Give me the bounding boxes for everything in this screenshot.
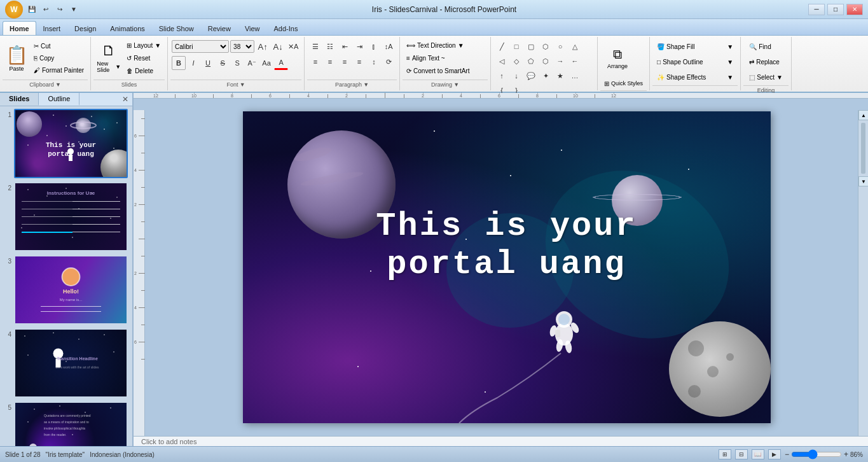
decrease-indent-button[interactable]: ⇤ xyxy=(338,39,352,53)
slide-sorter-button[interactable]: ⊟ xyxy=(735,449,748,459)
shadow-button[interactable]: S xyxy=(230,56,244,70)
find-button[interactable]: 🔍 Find xyxy=(746,39,774,53)
slide-thumb-5[interactable]: 5 xyxy=(3,402,130,446)
scroll-down-button[interactable]: ▼ xyxy=(858,176,868,186)
align-center-button[interactable]: ≡ xyxy=(323,55,337,69)
shape-diamond[interactable]: ◇ xyxy=(509,54,523,68)
tab-design[interactable]: Design xyxy=(67,21,103,35)
tab-insert[interactable]: Insert xyxy=(36,21,68,35)
align-left-button[interactable]: ≡ xyxy=(308,55,322,69)
shape-effects-button[interactable]: ✨ Shape Effects ▼ xyxy=(654,70,736,84)
shape-star4[interactable]: ✦ xyxy=(539,69,553,83)
shape-line[interactable]: ╱ xyxy=(495,39,509,53)
shape-rtriangle[interactable]: ◁ xyxy=(495,54,509,68)
reset-button[interactable]: ↺ Reset xyxy=(124,52,163,64)
font-color-button[interactable]: A xyxy=(274,56,288,70)
slide-thumb-1[interactable]: 1 xyxy=(3,109,130,178)
tab-slideshow[interactable]: Slide Show xyxy=(152,21,201,35)
bullet-list-button[interactable]: ☰ xyxy=(308,39,322,53)
slide-thumb-3[interactable]: 3 xyxy=(3,255,130,325)
replace-button[interactable]: ⇄ Replace xyxy=(746,55,783,69)
shape-hexa[interactable]: ⬡ xyxy=(539,54,553,68)
shape-penta[interactable]: ⬠ xyxy=(524,54,538,68)
arrange-button[interactable]: ⧉ Arrange xyxy=(602,39,633,76)
layout-button[interactable]: ⊞ Layout▼ xyxy=(124,39,163,51)
shape-outline-button[interactable]: □ Shape Outline ▼ xyxy=(654,55,736,69)
slide-thumb-4[interactable]: 4 xyxy=(3,328,130,398)
underline-button[interactable]: U xyxy=(201,56,215,70)
scroll-up-button[interactable]: ▲ xyxy=(858,110,868,120)
tab-review[interactable]: Review xyxy=(201,21,238,35)
paragraph-expand-icon[interactable]: ▼ xyxy=(363,81,369,88)
shape-rrect[interactable]: ▢ xyxy=(524,39,538,53)
zoom-slider[interactable] xyxy=(791,450,842,459)
slide-thumb-2[interactable]: 2 xyxy=(3,182,130,251)
italic-button[interactable]: I xyxy=(186,56,200,70)
justify-button[interactable]: ≡ xyxy=(352,55,366,69)
quick-styles-button[interactable]: ⊞ Quick Styles xyxy=(602,78,645,89)
slideshow-button[interactable]: ▶ xyxy=(768,449,781,459)
format-painter-button[interactable]: 🖌 Format Painter xyxy=(31,64,86,76)
smartart-button[interactable]: ⟳ xyxy=(382,55,396,69)
zoom-percent[interactable]: 86% xyxy=(850,451,863,458)
bold-button[interactable]: B xyxy=(172,56,186,70)
align-text-button[interactable]: ≡ Align Text ~ xyxy=(404,52,448,64)
delete-button[interactable]: 🗑 Delete xyxy=(124,65,163,76)
columns-button[interactable]: ⫿ xyxy=(367,39,381,53)
convert-smartart-button[interactable]: ⟳ Convert to SmartArt xyxy=(404,65,472,76)
scroll-thumb-v[interactable] xyxy=(861,123,865,174)
vertical-scrollbar[interactable]: ▲ ▼ xyxy=(858,110,868,436)
clear-format-button[interactable]: ✕A xyxy=(286,39,300,53)
zoom-out-icon[interactable]: − xyxy=(785,450,789,459)
line-spacing-button[interactable]: ↕ xyxy=(367,55,381,69)
strikethrough-button[interactable]: S xyxy=(216,56,230,70)
case-button[interactable]: Aa xyxy=(259,56,273,70)
shape-arrow-u[interactable]: ↑ xyxy=(495,69,509,83)
font-size-select[interactable]: 38 xyxy=(230,40,254,53)
text-direction-button[interactable]: ⟺ Text Direction▼ xyxy=(404,39,466,51)
close-button[interactable]: ✕ xyxy=(846,4,863,15)
tab-animations[interactable]: Animations xyxy=(103,21,151,35)
notes-bar[interactable]: Click to add notes xyxy=(134,436,868,446)
paste-button[interactable]: 📋 Paste xyxy=(4,39,29,76)
undo-button[interactable]: ↩ xyxy=(39,3,52,16)
clipboard-expand-icon[interactable]: ▼ xyxy=(55,81,61,88)
minimize-button[interactable]: ─ xyxy=(808,4,825,15)
shape-triangle[interactable]: △ xyxy=(568,39,582,53)
slide-title[interactable]: This is your portal uang xyxy=(332,207,682,284)
char-spacing-button[interactable]: A⁻ xyxy=(245,56,259,70)
normal-view-button[interactable]: ⊞ xyxy=(719,449,731,459)
decrease-font-button[interactable]: A↓ xyxy=(271,39,285,53)
maximize-button[interactable]: □ xyxy=(827,4,844,15)
shape-arrow-l[interactable]: ← xyxy=(568,54,582,68)
cut-button[interactable]: ✂ Cut xyxy=(31,40,86,52)
shape-star5[interactable]: ★ xyxy=(553,69,567,83)
shape-arrow-r[interactable]: → xyxy=(553,54,567,68)
customize-quick-access[interactable]: ▼ xyxy=(67,3,80,16)
numbered-list-button[interactable]: ☷ xyxy=(323,39,337,53)
copy-button[interactable]: ⎘ Copy xyxy=(31,52,86,64)
redo-button[interactable]: ↪ xyxy=(53,3,66,16)
increase-font-button[interactable]: A↑ xyxy=(256,39,270,53)
shape-callout[interactable]: 💬 xyxy=(524,69,538,83)
main-slide[interactable]: This is your portal uang xyxy=(243,111,771,423)
shape-rect[interactable]: □ xyxy=(509,39,523,53)
office-button[interactable]: W xyxy=(5,1,23,18)
tab-slides[interactable]: Slides xyxy=(0,93,39,106)
tab-home[interactable]: Home xyxy=(3,21,36,35)
shape-arrow-d[interactable]: ↓ xyxy=(509,69,523,83)
shape-oval[interactable]: ○ xyxy=(553,39,567,53)
tab-view[interactable]: View xyxy=(238,21,267,35)
tab-addins[interactable]: Add-Ins xyxy=(267,21,305,35)
save-button[interactable]: 💾 xyxy=(25,3,38,16)
shape-more[interactable]: … xyxy=(568,69,582,83)
shape-fill-button[interactable]: 🪣 Shape Fill ▼ xyxy=(654,39,736,53)
text-expand-icon[interactable]: ▼ xyxy=(453,81,459,88)
tab-outline[interactable]: Outline xyxy=(39,93,79,106)
increase-indent-button[interactable]: ⇥ xyxy=(352,39,366,53)
font-expand-icon[interactable]: ▼ xyxy=(240,81,245,88)
text-direction-button[interactable]: ↕A xyxy=(382,39,396,53)
select-button[interactable]: ⬚ Select ▼ xyxy=(746,70,786,84)
zoom-in-icon[interactable]: + xyxy=(844,450,848,459)
align-right-button[interactable]: ≡ xyxy=(338,55,352,69)
